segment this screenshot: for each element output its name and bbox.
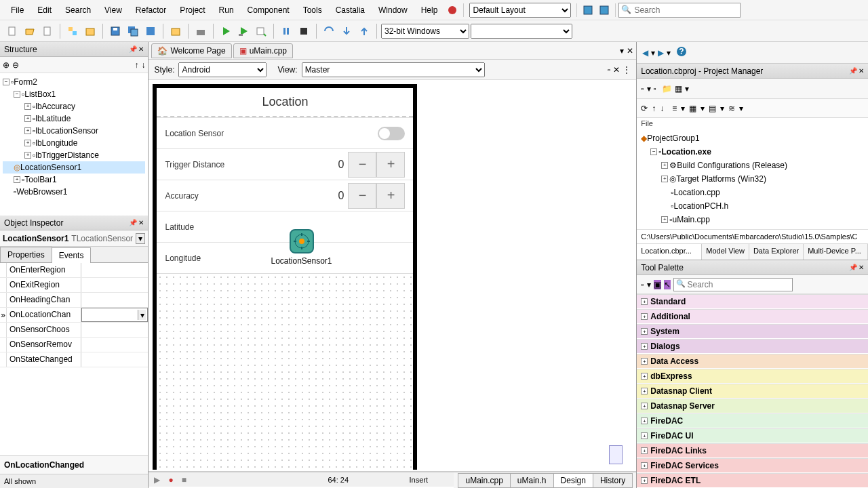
- menu-window[interactable]: Window: [372, 2, 414, 18]
- tree-node[interactable]: WebBrowser1: [16, 187, 67, 197]
- pm-tab-model[interactable]: Model View: [702, 244, 749, 260]
- pm-tab-data-explorer[interactable]: Data Explorer: [749, 244, 804, 260]
- tab-close-icon[interactable]: ✕: [627, 46, 633, 56]
- tab-source-cpp[interactable]: uMain.cpp: [458, 473, 510, 488]
- tab-properties[interactable]: Properties: [0, 247, 52, 262]
- palette-category[interactable]: +Datasnap Client: [637, 384, 868, 399]
- expander-icon[interactable]: −: [14, 91, 20, 98]
- inspector-component-select[interactable]: LocationSensor1 TLocationSensor ▾: [0, 230, 148, 247]
- stepper-minus[interactable]: −: [348, 152, 376, 178]
- tree-node[interactable]: lbTriggerDistance: [35, 150, 99, 160]
- expander-icon[interactable]: +: [661, 176, 668, 182]
- group-icon[interactable]: ≋: [728, 104, 735, 113]
- inspector-grid[interactable]: OnEnterRegion OnExitRegion OnHeadingChan…: [0, 263, 148, 367]
- menu-refactor[interactable]: Refactor: [129, 2, 173, 18]
- expander-icon[interactable]: −: [650, 148, 657, 155]
- palette-categories-icon[interactable]: ▣: [654, 280, 661, 289]
- expander-icon[interactable]: −: [3, 79, 9, 85]
- save-icon[interactable]: [107, 23, 123, 39]
- event-name[interactable]: OnSensorRemov: [7, 338, 81, 352]
- tree-node[interactable]: LocationPCH.h: [674, 201, 729, 211]
- pm-tab-multidevice[interactable]: Multi-Device P...: [804, 244, 868, 260]
- style-select[interactable]: Android: [178, 62, 267, 77]
- delete-layout-icon[interactable]: [597, 3, 611, 17]
- tree-node[interactable]: lbAccuracy: [35, 102, 75, 111]
- forward-icon[interactable]: ▶: [658, 48, 664, 58]
- event-name[interactable]: OnSensorChoos: [7, 323, 81, 337]
- open-icon[interactable]: [22, 23, 38, 39]
- menu-file[interactable]: File: [4, 2, 31, 18]
- run-icon[interactable]: [218, 23, 234, 39]
- pm-tab-project[interactable]: Location.cbpr...: [637, 244, 702, 260]
- chevron-down-icon[interactable]: ▾: [136, 233, 145, 244]
- location-sensor-row[interactable]: Location Sensor: [157, 117, 413, 148]
- tab-umain[interactable]: ▣ uMain.cpp: [233, 43, 293, 58]
- new-project-icon[interactable]: [64, 23, 81, 39]
- event-name[interactable]: OnLocationChan: [7, 308, 81, 322]
- palette-category[interactable]: +Data Access: [637, 354, 868, 369]
- new-project-icon[interactable]: ▫: [641, 84, 644, 94]
- chevron-down-icon[interactable]: ▾: [138, 310, 146, 320]
- close-icon[interactable]: ✕: [138, 219, 144, 226]
- tree-node[interactable]: Location.exe: [662, 147, 711, 157]
- step-over-icon[interactable]: [321, 23, 337, 39]
- expander-icon[interactable]: +: [24, 115, 31, 122]
- menu-run[interactable]: Run: [212, 2, 241, 18]
- back-icon[interactable]: ◀: [642, 48, 648, 58]
- view-icon[interactable]: ▦: [675, 84, 682, 94]
- palette-search-input[interactable]: [673, 278, 793, 291]
- pin-icon[interactable]: 📌: [129, 45, 137, 53]
- pause-icon[interactable]: [278, 23, 294, 39]
- expander-icon[interactable]: +: [24, 140, 31, 146]
- stop-icon[interactable]: [296, 23, 312, 39]
- tree-node[interactable]: Build Configurations (Release): [677, 161, 787, 170]
- tree-node[interactable]: ToolBar1: [24, 175, 56, 184]
- tree-node[interactable]: lbLongitude: [35, 138, 77, 148]
- event-name[interactable]: OnEnterRegion: [7, 263, 81, 277]
- stepper-plus[interactable]: +: [376, 152, 405, 178]
- tab-history[interactable]: History: [593, 473, 633, 488]
- remove-project-icon[interactable]: ▫: [654, 84, 656, 94]
- palette-category[interactable]: +dbExpress: [637, 369, 868, 384]
- tree-node[interactable]: uMain.cpp: [673, 215, 710, 224]
- copy-style-icon[interactable]: ▫: [608, 65, 610, 75]
- project-tree[interactable]: ◆ ProjectGroup1 −▫ Location.exe +⚙ Build…: [637, 129, 868, 229]
- palette-category[interactable]: +FireDAC ETL: [637, 473, 868, 488]
- menu-help[interactable]: Help: [414, 2, 445, 18]
- palette-category[interactable]: +Datasnap Server: [637, 399, 868, 413]
- expander-icon[interactable]: +: [641, 432, 648, 439]
- build-icon[interactable]: [193, 23, 209, 39]
- palette-options-icon[interactable]: ▫: [641, 280, 644, 289]
- expander-icon[interactable]: +: [641, 343, 648, 350]
- palette-category[interactable]: +Additional: [637, 309, 868, 324]
- palette-list[interactable]: +Standard+Additional+System+Dialogs+Data…: [637, 294, 868, 488]
- expander-icon[interactable]: +: [641, 418, 648, 424]
- expander-icon[interactable]: +: [641, 403, 648, 409]
- up-icon[interactable]: ↑: [134, 60, 138, 70]
- playback-play-icon[interactable]: ▶: [154, 475, 160, 485]
- save-unit-icon[interactable]: [39, 23, 56, 39]
- tab-welcome[interactable]: 🏠 Welcome Page: [151, 43, 231, 58]
- refresh-icon[interactable]: ⟳: [641, 104, 648, 113]
- expander-icon[interactable]: +: [641, 373, 648, 380]
- target-platform-select[interactable]: 32-bit Windows: [381, 24, 469, 39]
- event-name[interactable]: OnExitRegion: [7, 278, 81, 292]
- menu-tools[interactable]: Tools: [296, 2, 329, 18]
- save-project-icon[interactable]: [142, 23, 159, 39]
- add-to-project-icon[interactable]: [167, 23, 184, 39]
- collapse-icon[interactable]: ⊖: [12, 60, 19, 70]
- accuracy-row[interactable]: Accuracy 0 −+: [157, 180, 413, 211]
- stop-icon[interactable]: [446, 3, 459, 17]
- tab-design[interactable]: Design: [553, 473, 593, 488]
- playback-stop-icon[interactable]: ■: [182, 475, 186, 485]
- filter-icon[interactable]: ▤: [709, 104, 716, 113]
- expander-icon[interactable]: +: [661, 216, 668, 223]
- tree-node[interactable]: lbLocationSensor: [35, 126, 98, 136]
- palette-category[interactable]: +Standard: [637, 294, 868, 309]
- structure-tree[interactable]: −▫ Form2 −▫ ListBox1 +▫ lbAccuracy +▫ lb…: [0, 73, 148, 216]
- menu-edit[interactable]: Edit: [31, 2, 58, 18]
- tree-node-listbox[interactable]: ListBox1: [24, 89, 56, 99]
- list-view-icon[interactable]: ≡: [672, 104, 677, 113]
- expander-icon[interactable]: +: [641, 328, 648, 335]
- run-menu-icon[interactable]: [253, 23, 269, 39]
